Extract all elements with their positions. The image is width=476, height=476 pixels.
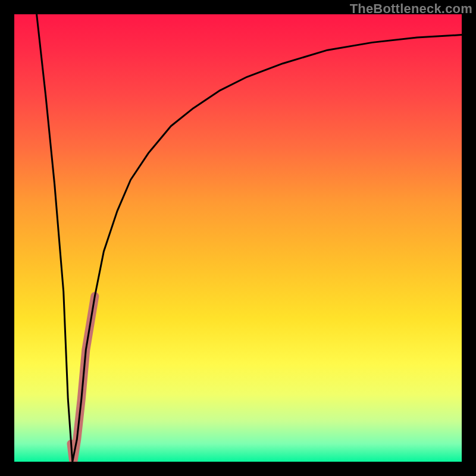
v-curve [37, 14, 462, 462]
chart-svg [14, 14, 462, 462]
chart-frame: TheBottleneck.com [0, 0, 476, 476]
watermark-text: TheBottleneck.com [350, 1, 472, 17]
chart-plot-area [14, 14, 462, 462]
